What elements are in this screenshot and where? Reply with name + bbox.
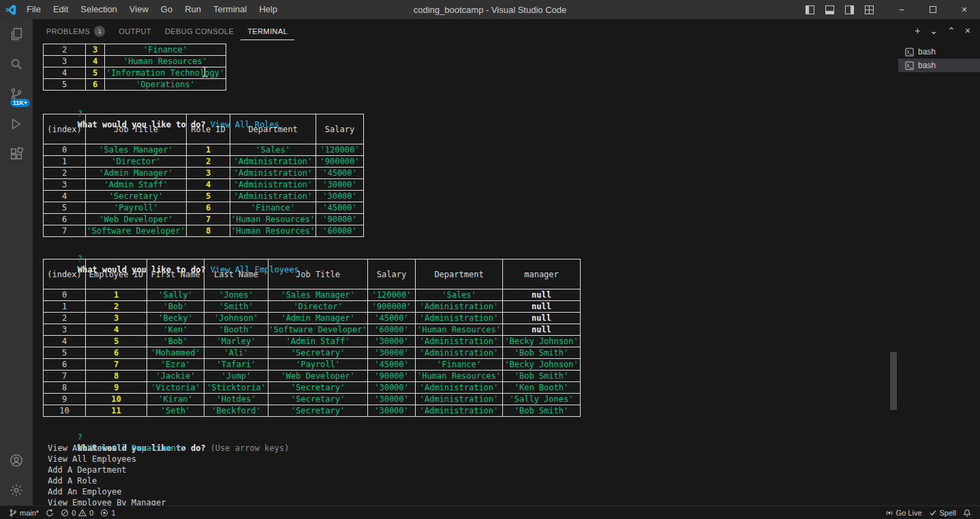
terminal-profile-dropdown-icon[interactable]: ⌄	[930, 25, 938, 36]
arrow-keys-hint: (Use arrow keys)	[211, 443, 290, 453]
toggle-panel-icon[interactable]	[825, 5, 834, 14]
notifications-bell-button[interactable]	[960, 509, 975, 517]
table-row: 89'Victoria''Sticktoria''Secretary''3000…	[44, 382, 581, 394]
tab-problems-label: PROBLEMS	[46, 27, 90, 35]
search-icon[interactable]	[0, 49, 33, 79]
git-branch-icon	[9, 509, 17, 517]
go-live-button[interactable]: Go Live	[882, 509, 925, 517]
menu-option-view-all-departments[interactable]: >View All Departments	[38, 432, 889, 443]
account-icon[interactable]	[0, 445, 33, 475]
terminal-instance-label: bash	[918, 61, 936, 70]
run-debug-icon[interactable]	[0, 109, 33, 139]
terminal-scrollbar[interactable]	[889, 42, 898, 505]
column-header: Salary	[368, 260, 416, 289]
terminal-icon	[905, 48, 914, 57]
new-terminal-icon[interactable]: +	[915, 25, 920, 36]
tab-output[interactable]: OUTPUT	[112, 22, 158, 40]
customize-layout-icon[interactable]	[865, 5, 874, 14]
menu-go[interactable]: Go	[155, 0, 179, 19]
panel-tab-bar: PROBLEMS 1 OUTPUT DEBUG CONSOLE TERMINAL…	[33, 19, 980, 42]
bell-icon	[963, 509, 971, 517]
prompt-active: ? What would you like to do?(Use arrow k…	[38, 421, 889, 432]
departments-table-partial: 23'Finance'34'Human Resources'45'Informa…	[43, 44, 226, 91]
close-panel-icon[interactable]: ×	[965, 25, 970, 36]
extensions-icon[interactable]	[0, 139, 33, 169]
settings-gear-icon[interactable]	[0, 475, 33, 505]
toggle-sidebar-icon[interactable]	[806, 5, 814, 14]
menu-run[interactable]: Run	[179, 0, 207, 19]
table-row: 7'Software Developer'8'Human Resources''…	[44, 225, 364, 237]
terminal-output[interactable]: 23'Finance'34'Human Resources'45'Informa…	[33, 42, 889, 505]
table-row: 4'Secretary'5'Administration''30000'	[44, 191, 364, 202]
close-button[interactable]: ×	[949, 0, 980, 19]
table-row: 78'Jackie''Jump''Web Developer''90000''H…	[44, 371, 581, 382]
table-row: 0'Sales Manager'1'Sales''120000'	[44, 144, 364, 156]
menu-help[interactable]: Help	[253, 0, 284, 19]
vscode-logo-icon	[0, 4, 20, 16]
terminal-icon	[905, 61, 914, 70]
branch-name: main*	[20, 509, 39, 517]
roles-table: (index)Job TitleRole IDDepartmentSalary0…	[43, 114, 364, 237]
menu-bar: File Edit Selection View Go Run Terminal…	[20, 0, 284, 19]
window-title: coding_bootcamp - Visual Studio Code	[414, 5, 567, 15]
table-row: 2'Admin Manager'3'Administration''45000'	[44, 168, 364, 179]
table-row: 67'Ezra''Tafari''Payroll''45000''Finance…	[44, 359, 581, 371]
minimize-button[interactable]: −	[886, 0, 917, 19]
problems-indicator[interactable]: 0 0	[57, 506, 97, 519]
menu-view[interactable]: View	[123, 0, 155, 19]
prompt-question-mark: ?	[78, 432, 82, 442]
restore-button[interactable]	[917, 0, 949, 19]
table-row: 6'Web Developer'7'Human Resources''90000…	[44, 214, 364, 225]
table-row: 23'Finance'	[44, 44, 226, 56]
table-row: 45'Bob''Marley''Admin Staff''30000''Admi…	[44, 336, 581, 347]
source-control-icon[interactable]: 11K+	[0, 79, 33, 109]
menu-option-view-all-employees[interactable]: View All Employees	[38, 454, 889, 465]
maximize-panel-icon[interactable]: ⌃	[947, 25, 955, 36]
status-bar: main* 0 0 1 Go Live Spell	[0, 505, 980, 519]
table-row: 1011'Seth''Beckford''Secretary''30000''A…	[44, 405, 581, 417]
ports-indicator[interactable]: 1	[97, 506, 119, 519]
terminal-instance-label: bash	[918, 47, 936, 57]
prompt-question-mark: ?	[78, 109, 82, 119]
tab-problems[interactable]: PROBLEMS 1	[40, 20, 112, 41]
tab-terminal[interactable]: TERMINAL	[241, 22, 294, 40]
terminal-instance-bash-active[interactable]: bash	[898, 59, 980, 72]
table-row: 5'Payroll'6'Finance''45000'	[44, 202, 364, 214]
error-count: 0	[72, 509, 76, 517]
menu-edit[interactable]: Edit	[47, 0, 74, 19]
sync-icon	[46, 509, 54, 517]
sync-changes-button[interactable]	[42, 506, 57, 519]
problems-count-badge: 1	[94, 26, 105, 37]
menu-terminal[interactable]: Terminal	[207, 0, 253, 19]
menu-option-view-employee-by-manager[interactable]: View Employee By Manager	[38, 497, 889, 505]
git-branch-indicator[interactable]: main*	[5, 506, 42, 519]
table-row: 34'Human Resources'	[44, 56, 226, 67]
ports-icon	[100, 509, 108, 517]
tab-debug-console[interactable]: DEBUG CONSOLE	[158, 22, 241, 40]
prompt-view-all-roles: ? What would you like to do?View All Rol…	[38, 97, 889, 108]
terminal-instances-list: bash bash	[898, 42, 980, 505]
activity-bar: 11K+	[0, 19, 33, 505]
menu-option-add-a-department[interactable]: Add A Department	[38, 465, 889, 475]
menu-selection[interactable]: Selection	[74, 0, 123, 19]
check-icon	[929, 509, 937, 517]
table-row: 12'Bob''Smith''Director''900000''Adminis…	[44, 301, 581, 313]
menu-file[interactable]: File	[20, 0, 47, 19]
table-row: 3'Admin Staff'4'Administration''30000'	[44, 179, 364, 191]
menu-option-add-a-role[interactable]: Add A Role	[38, 475, 889, 486]
table-row: 1'Director'2'Administration''900000'	[44, 156, 364, 168]
terminal-instance-bash[interactable]: bash	[898, 45, 980, 59]
spell-checker-button[interactable]: Spell	[925, 509, 960, 517]
ports-count: 1	[111, 509, 115, 517]
table-row: 56'Operations'	[44, 79, 226, 91]
toggle-secondary-sidebar-icon[interactable]	[845, 5, 854, 14]
scrollbar-thumb[interactable]	[890, 352, 897, 410]
warnings-icon	[78, 509, 87, 517]
menu-option-add-an-employee[interactable]: Add An Employee	[38, 486, 889, 497]
table-row: 56'Mohammed''Ali''Secretary''30000''Admi…	[44, 347, 581, 359]
column-header: Salary	[316, 114, 364, 144]
explorer-icon[interactable]	[0, 19, 33, 49]
prompt-view-all-employees: ? What would you like to do?View All Emp…	[38, 242, 889, 253]
column-header: Department	[416, 260, 503, 289]
warning-count: 0	[89, 509, 93, 517]
